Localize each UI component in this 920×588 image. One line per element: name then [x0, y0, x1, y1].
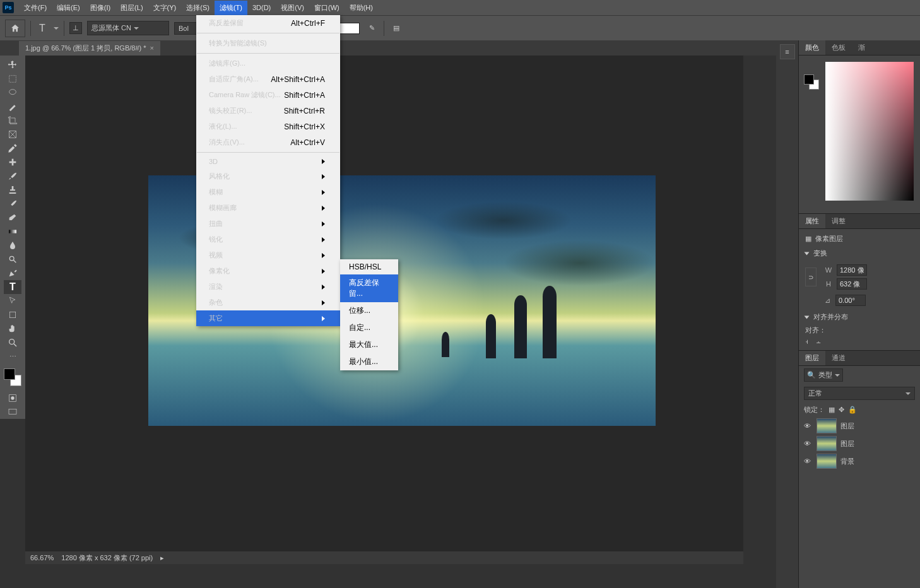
dodge-tool[interactable] [4, 252, 21, 266]
zoom-level[interactable]: 66.67% [30, 554, 54, 562]
submenu-item[interactable]: 高反差保留... [340, 274, 398, 302]
menu-item[interactable]: 自适应广角(A)...Alt+Shift+Ctrl+A [196, 71, 340, 87]
menu-item[interactable]: 镜头校正(R)...Shift+Ctrl+R [196, 103, 340, 119]
transform-section[interactable]: 变换 [805, 249, 914, 258]
pen-tool[interactable] [4, 266, 21, 280]
foreground-color[interactable] [4, 368, 15, 380]
layer-name[interactable]: 背景 [840, 457, 854, 466]
edit-toolbar[interactable]: ⋯ [4, 350, 21, 363]
submenu-item[interactable]: HSB/HSL [340, 259, 398, 274]
menu-item[interactable]: 锐化 [196, 232, 340, 247]
visibility-icon[interactable]: 👁 [804, 457, 813, 465]
lock-all-icon[interactable]: 🔒 [848, 406, 857, 414]
fg-swatch[interactable] [804, 74, 814, 85]
tab-color[interactable]: 颜色 [799, 40, 825, 55]
tab-channels[interactable]: 通道 [825, 351, 852, 365]
layer-thumbnail[interactable] [817, 454, 837, 469]
tab-swatches[interactable]: 色板 [825, 40, 852, 55]
menu-layer[interactable]: 图层(L) [115, 1, 148, 15]
menu-item[interactable]: 滤镜库(G)... [196, 56, 340, 71]
frame-tool[interactable] [4, 127, 21, 141]
menu-select[interactable]: 选择(S) [181, 1, 215, 15]
panel-icon[interactable]: ≡ [780, 44, 795, 59]
menu-type[interactable]: 文字(Y) [148, 1, 182, 15]
stamp-tool[interactable] [4, 183, 21, 197]
layer-name[interactable]: 图层 [840, 421, 854, 431]
menu-item[interactable]: 3D [196, 155, 340, 168]
menu-image[interactable]: 图像(I) [85, 1, 115, 15]
home-button[interactable] [5, 20, 25, 37]
visibility-icon[interactable]: 👁 [804, 422, 813, 430]
layer-name[interactable]: 图层 [840, 439, 854, 449]
layer-thumbnail[interactable] [817, 418, 837, 433]
layer-row[interactable]: 👁 背景 [799, 452, 920, 470]
menu-help[interactable]: 帮助(H) [345, 1, 378, 15]
hand-tool[interactable] [4, 322, 21, 336]
lock-pixels-icon[interactable]: ▦ [829, 406, 835, 414]
font-family-select[interactable]: 思源黑体 CN [87, 21, 169, 35]
submenu-item[interactable]: 最小值... [340, 353, 398, 370]
history-brush-tool[interactable] [4, 197, 21, 211]
orientation-toggle[interactable]: ⊥ [69, 22, 82, 34]
tab-adjustments[interactable]: 调整 [825, 214, 852, 228]
quickmask-toggle[interactable] [4, 391, 21, 405]
crop-tool[interactable] [4, 114, 21, 127]
menu-item[interactable]: 风格化 [196, 168, 340, 184]
type-tool[interactable]: T [4, 280, 21, 294]
color-field[interactable] [825, 62, 914, 201]
chevron-right-icon[interactable]: ▸ [160, 554, 164, 562]
blend-mode-select[interactable]: 正常 [804, 387, 915, 400]
menu-edit[interactable]: 编辑(E) [52, 1, 85, 15]
menu-item[interactable]: 高反差保留Alt+Ctrl+F [196, 15, 340, 31]
text-color-swatch[interactable] [339, 23, 360, 34]
color-picker[interactable] [4, 368, 21, 386]
link-wh-button[interactable]: ⊃ [805, 268, 817, 286]
menu-item[interactable]: 杂色 [196, 295, 340, 310]
menu-3d[interactable]: 3D(D) [247, 1, 276, 14]
menu-item[interactable]: 模糊 [196, 184, 340, 200]
marquee-tool[interactable] [4, 72, 21, 86]
menu-item[interactable]: 转换为智能滤镜(S) [196, 35, 340, 51]
menu-item[interactable]: 扭曲 [196, 216, 340, 232]
menu-item[interactable]: 像素化 [196, 263, 340, 279]
menu-item[interactable]: Camera Raw 滤镜(C)...Shift+Ctrl+A [196, 87, 340, 103]
submenu-item[interactable]: 自定... [340, 319, 398, 336]
layer-row[interactable]: 👁 图层 [799, 435, 920, 452]
zoom-tool[interactable] [4, 336, 21, 350]
color-swatches[interactable] [804, 74, 819, 90]
path-select-tool[interactable] [4, 294, 21, 308]
layer-filter-select[interactable]: 🔍 类型 [804, 368, 843, 382]
visibility-icon[interactable]: 👁 [804, 440, 813, 447]
brush-tool[interactable] [4, 169, 21, 183]
submenu-item[interactable]: 位移... [340, 302, 398, 319]
shape-tool[interactable] [4, 308, 21, 322]
width-input[interactable] [837, 264, 867, 276]
menu-item[interactable]: 模糊画廊 [196, 200, 340, 216]
angle-input[interactable] [835, 295, 866, 306]
lock-position-icon[interactable]: ✥ [839, 406, 844, 414]
layer-row[interactable]: 👁 图层 [799, 417, 920, 435]
menu-item[interactable]: 渲染 [196, 279, 340, 295]
menu-window[interactable]: 窗口(W) [309, 1, 345, 15]
align-center-icon[interactable]: ⫠ [815, 338, 822, 345]
menu-item[interactable]: 视频 [196, 247, 340, 263]
menu-view[interactable]: 视图(V) [276, 1, 309, 15]
menu-file[interactable]: 文件(F) [19, 1, 52, 15]
menu-item[interactable]: 消失点(V)...Alt+Ctrl+V [196, 134, 340, 150]
align-left-icon[interactable]: ⫞ [805, 338, 809, 345]
healing-tool[interactable] [4, 155, 21, 169]
height-input[interactable] [837, 278, 867, 290]
tab-layers[interactable]: 图层 [799, 351, 825, 365]
document-info[interactable]: 1280 像素 x 632 像素 (72 ppi) [61, 553, 153, 563]
lasso-tool[interactable] [4, 86, 21, 100]
align-section[interactable]: 对齐并分布 [805, 312, 914, 322]
move-tool[interactable] [4, 58, 21, 72]
warp-text-button[interactable]: ✎ [365, 21, 379, 35]
submenu-item[interactable]: 最大值... [340, 336, 398, 353]
menu-item[interactable]: 其它 [196, 310, 340, 326]
layer-thumbnail[interactable] [817, 436, 837, 451]
menu-item[interactable]: 液化(L)...Shift+Ctrl+X [196, 119, 340, 134]
close-icon[interactable]: × [150, 44, 154, 52]
tab-properties[interactable]: 属性 [799, 214, 825, 228]
blur-tool[interactable] [4, 238, 21, 252]
